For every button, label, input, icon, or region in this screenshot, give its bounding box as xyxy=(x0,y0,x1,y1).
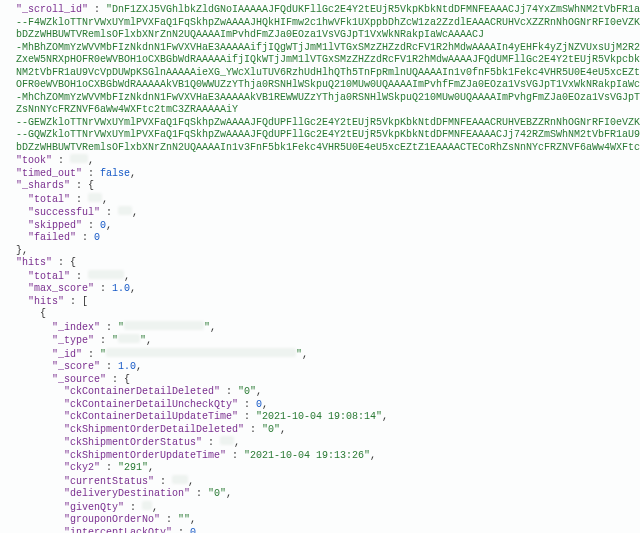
hit-id: "_id" : "", xyxy=(4,348,640,362)
shards: "_shards" : { xyxy=(4,180,640,193)
scroll-id-continuation: ZxeW5NRXpHOFR0eWVBOH1oCXBGbWdRAAAAAifjIQ… xyxy=(4,54,640,67)
hit-open: { xyxy=(4,308,640,321)
src-givenQty: "givenQty" : , xyxy=(4,501,640,515)
scroll-id-continuation: -MhBhZOMmYzWVVMbFIzNkdnN1FwVXVHaE3AAAAAi… xyxy=(4,42,640,55)
scroll-id-continuation: bDZzWHBUWTVRemlsOFlxbXNrZnN2UQAAAAImPvhd… xyxy=(4,29,640,42)
scroll-id-continuation: --GEWZkloTTNrVWxUYmlPVXFaQ1FqSkhpZwAAAAJ… xyxy=(4,117,640,130)
timed-out: "timed_out" : false, xyxy=(4,168,640,181)
shards-close: }, xyxy=(4,245,640,258)
src-cky2: "cky2" : "291", xyxy=(4,462,640,475)
src-ckShipmentOrderUpdateTime: "ckShipmentOrderUpdateTime" : "2021-10-0… xyxy=(4,450,640,463)
src-currentStatus: "currentStatus" : , xyxy=(4,475,640,489)
shards-successful: "successful" : , xyxy=(4,206,640,220)
scroll-id-continuation: OFR0eWVBOH1oCXBGbWdRAAAAAkVB1Q0WWUZzYThj… xyxy=(4,79,640,92)
hit-source: "_source" : { xyxy=(4,374,640,387)
hit-index: "_index" : "", xyxy=(4,321,640,335)
hits-array: "hits" : [ xyxy=(4,296,640,309)
took: "took" : , xyxy=(4,154,640,168)
src-grouponOrderNo: "grouponOrderNo" : "", xyxy=(4,514,640,527)
scroll-id-continuation: -MhChZOMmYzWVVMbFIzNkdnN1FwVXVHaE3AAAAAk… xyxy=(4,92,640,105)
shards-skipped: "skipped" : 0, xyxy=(4,220,640,233)
scroll-id-key: "_scroll_id" : "DnF1ZXJ5VGhlbkZldGNoIAAA… xyxy=(4,4,640,17)
scroll-id-continuation: NM2tVbFR1aU9VcVpDUWpKSGlnAAAAAieXG_YWcXl… xyxy=(4,67,640,80)
src-ckContainerDetailDeleted: "ckContainerDetailDeleted" : "0", xyxy=(4,386,640,399)
shards-failed: "failed" : 0 xyxy=(4,232,640,245)
scroll-id-continuation: --GQWZkloTTNrVWxUYmlPVXFaQ1FqSkhpZwAAAAJ… xyxy=(4,129,640,142)
src-ckShipmentOrderDetailDeleted: "ckShipmentOrderDetailDeleted" : "0", xyxy=(4,424,640,437)
hits-max-score: "max_score" : 1.0, xyxy=(4,283,640,296)
hit-score: "_score" : 1.0, xyxy=(4,361,640,374)
src-ckShipmentOrderStatus: "ckShipmentOrderStatus" : , xyxy=(4,436,640,450)
scroll-id-continuation: --F4WZkloTTNrVWxUYmlPVXFaQ1FqSkhpZwAAAAJ… xyxy=(4,17,640,30)
hit-type: "_type" : "", xyxy=(4,334,640,348)
shards-total: "total" : , xyxy=(4,193,640,207)
src-ckContainerDetailUpdateTime: "ckContainerDetailUpdateTime" : "2021-10… xyxy=(4,411,640,424)
hits: "hits" : { xyxy=(4,257,640,270)
src-deliveryDestination: "deliveryDestination" : "0", xyxy=(4,488,640,501)
src-interceptLackQty: "interceptLackQty" : 0, xyxy=(4,527,640,534)
scroll-id-continuation: bDZzWHBUWTVRemlsOFlxbXNrZnN2UQAAAAIn1v3F… xyxy=(4,142,640,155)
src-ckContainerDetailUncheckQty: "ckContainerDetailUncheckQty" : 0, xyxy=(4,399,640,412)
hits-total: "total" : , xyxy=(4,270,640,284)
scroll-id-continuation: ZsNnNYcFRZNVF6aWw4WXFtc2tmC3ZRAAAAAiY xyxy=(4,104,640,117)
